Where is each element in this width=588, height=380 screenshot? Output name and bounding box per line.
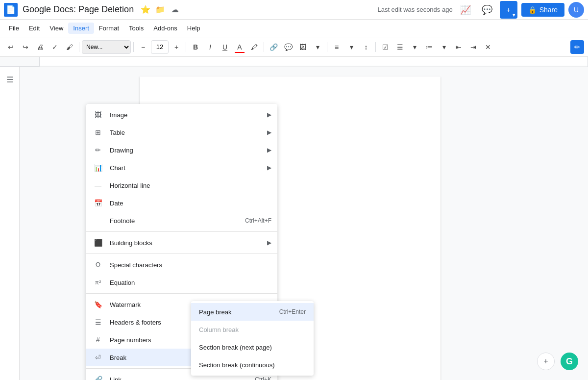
font-size-decrease[interactable]: − (136, 40, 150, 54)
building-blocks-label: Building blocks (110, 239, 263, 247)
numbered-dropdown-btn[interactable]: ▾ (437, 40, 451, 54)
footnote-label: Footnote (110, 217, 241, 225)
checklist-btn[interactable]: ☑ (378, 40, 392, 54)
menu-item-building-blocks[interactable]: ⬛ Building blocks ▶ (86, 234, 277, 252)
special-chars-label: Special characters (110, 261, 271, 269)
break-item-page-break[interactable]: Page break Ctrl+Enter (191, 303, 314, 321)
image-btn[interactable]: 🖼 (296, 40, 310, 54)
ruler-container (0, 57, 588, 67)
paint-format-btn[interactable]: 🖌 (63, 40, 76, 54)
insert-mode-btn[interactable]: + ▼ (500, 1, 517, 19)
cloud-icon[interactable]: ☁ (169, 4, 181, 16)
undo-btn[interactable]: ↩ (4, 40, 18, 54)
column-break-label: Column break (199, 326, 239, 333)
trend-icon-btn[interactable]: 📈 (457, 1, 474, 19)
numbered-list-btn[interactable]: ≔ (422, 40, 436, 54)
image-icon: 🖼 (92, 109, 104, 121)
font-size-control: − + (136, 40, 183, 54)
zoom-btn[interactable]: + (537, 353, 555, 370)
print-btn[interactable]: 🖨 (33, 40, 47, 54)
date-label: Date (110, 200, 271, 207)
divider3 (86, 293, 277, 294)
top-bar: 📄 Google Docs: Page Deletion ⭐ 📁 ☁ Last … (0, 0, 588, 20)
grammarly-btn[interactable]: G (561, 353, 578, 370)
indent-increase-btn[interactable]: ⇥ (466, 40, 480, 54)
menu-format[interactable]: Format (94, 23, 124, 34)
section-break-next-label: Section break (next page) (199, 344, 272, 351)
sep6 (375, 42, 376, 52)
star-icon[interactable]: ⭐ (140, 4, 151, 16)
menu-item-date[interactable]: 📅 Date (86, 194, 277, 212)
lock-icon: 🔒 (528, 6, 537, 14)
bullet-list-btn[interactable]: ☰ (393, 40, 407, 54)
bold-btn[interactable]: B (189, 40, 202, 54)
break-item-section-break-next[interactable]: Section break (next page) (191, 338, 314, 356)
menu-item-footnote[interactable]: Footnote Ctrl+Alt+F (86, 212, 277, 229)
page-numbers-icon: # (92, 334, 104, 346)
bullet-dropdown-btn[interactable]: ▾ (408, 40, 421, 54)
folder-icon[interactable]: 📁 (154, 4, 166, 16)
spellcheck-btn[interactable]: ✓ (48, 40, 62, 54)
menu-item-chart[interactable]: 📊 Chart ▶ (86, 159, 277, 177)
break-item-section-break-continuous[interactable]: Section break (continuous) (191, 356, 314, 374)
divider2 (86, 253, 277, 254)
sep4 (264, 42, 264, 52)
sep1 (79, 42, 79, 52)
doc-title: Google Docs: Page Deletion (23, 4, 134, 15)
clear-format-btn[interactable]: ✕ (481, 40, 495, 54)
headers-footers-icon: ☰ (92, 316, 104, 328)
align-btn[interactable]: ≡ (330, 40, 343, 54)
special-chars-icon: Ω (92, 259, 104, 271)
text-color-btn[interactable]: A (233, 40, 246, 54)
underline-btn[interactable]: U (218, 40, 232, 54)
menu-item-equation[interactable]: π² Equation (86, 274, 277, 291)
page-break-shortcut: Ctrl+Enter (279, 308, 306, 315)
font-size-increase[interactable]: + (170, 40, 183, 54)
menu-item-image[interactable]: 🖼 Image ▶ (86, 106, 277, 124)
menu-item-horizontal-line[interactable]: — Horizontal line (86, 177, 277, 194)
menu-view[interactable]: View (45, 23, 68, 34)
menu-insert[interactable]: Insert (68, 23, 94, 34)
page-break-label: Page break (199, 308, 232, 316)
italic-btn[interactable]: I (203, 40, 217, 54)
table-arrow: ▶ (267, 129, 271, 136)
suggest-mode-btn[interactable]: ✏ (570, 40, 584, 54)
comment-icon-btn[interactable]: 💬 (478, 1, 496, 19)
image-label: Image (110, 111, 263, 119)
horizontal-line-label: Horizontal line (110, 182, 271, 189)
menu-item-table[interactable]: ⊞ Table ▶ (86, 124, 277, 141)
redo-btn[interactable]: ↪ (19, 40, 32, 54)
watermark-icon: 🔖 (92, 299, 104, 310)
outline-btn[interactable]: ☰ (2, 72, 18, 87)
header-right: 📈 💬 + ▼ 🔒 Share U (457, 1, 584, 19)
indent-decrease-btn[interactable]: ⇤ (452, 40, 466, 54)
share-button[interactable]: 🔒 Share (521, 3, 564, 17)
menu-addons[interactable]: Add-ons (148, 23, 182, 34)
ruler (39, 57, 588, 67)
menu-item-special-characters[interactable]: Ω Special characters (86, 256, 277, 274)
menu-file[interactable]: File (4, 23, 24, 34)
menu-edit[interactable]: Edit (24, 23, 45, 34)
table-icon: ⊞ (92, 127, 104, 138)
comment-btn[interactable]: 💬 (281, 40, 295, 54)
sep5 (327, 42, 327, 52)
side-panel: ☰ (0, 67, 20, 380)
line-spacing-btn[interactable]: ↕ (359, 40, 373, 54)
right-panel (561, 67, 588, 380)
link-btn[interactable]: 🔗 (267, 40, 280, 54)
horizontal-line-icon: — (92, 179, 104, 191)
align-dropdown-btn[interactable]: ▾ (344, 40, 358, 54)
font-size-input[interactable] (151, 40, 169, 54)
avatar[interactable]: U (568, 2, 584, 18)
menu-item-drawing[interactable]: ✏ Drawing ▶ (86, 141, 277, 159)
equation-label: Equation (110, 279, 271, 286)
top-icons: ⭐ 📁 ☁ (140, 4, 181, 16)
footnote-icon (92, 215, 104, 227)
font-select[interactable]: New... (82, 40, 131, 54)
image-dropdown-btn[interactable]: ▾ (311, 40, 324, 54)
footnote-shortcut: Ctrl+Alt+F (245, 217, 271, 224)
menu-help[interactable]: Help (182, 23, 205, 34)
highlight-btn[interactable]: 🖍 (247, 40, 261, 54)
menu-tools[interactable]: Tools (124, 23, 148, 34)
menu-bar: File Edit View Insert Format Tools Add-o… (0, 20, 588, 37)
